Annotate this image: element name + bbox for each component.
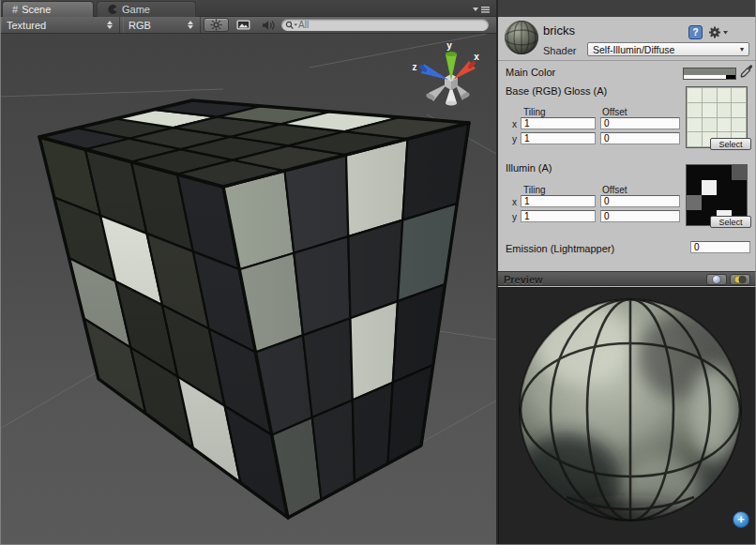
texture-cell (703, 118, 717, 132)
gear-icon[interactable] (708, 25, 729, 39)
texture-cell (732, 118, 746, 132)
base-offset-x-input[interactable] (600, 117, 680, 129)
texture-cell (702, 180, 717, 195)
texture-cell (688, 132, 702, 146)
draw-mode-dropdown[interactable]: Textured (1, 17, 120, 33)
texture-cell (702, 195, 717, 210)
texture-cell (717, 180, 732, 195)
scene-search-field[interactable] (281, 19, 489, 31)
texture-cell (688, 118, 702, 132)
texture-cell (732, 103, 746, 117)
main-color-label: Main Color (506, 67, 555, 78)
illumin-offset-y-input[interactable] (600, 210, 680, 222)
skybox-toggle-button[interactable] (231, 18, 255, 32)
preview-viewport[interactable]: + (498, 287, 756, 545)
tab-game-label: Game (122, 4, 150, 15)
gizmo-y-axis-base (446, 52, 457, 56)
texture-cell (717, 165, 732, 180)
illumin-offset-x-input[interactable] (600, 195, 680, 207)
illumin-y-label: y (512, 212, 517, 222)
add-button[interactable]: + (733, 511, 749, 528)
lighting-toggle-button[interactable] (204, 18, 229, 32)
search-input[interactable] (298, 20, 458, 30)
grid-line (0, 89, 223, 97)
sun-icon (210, 19, 222, 31)
gizmo-x-label: x (474, 52, 479, 62)
tab-scene[interactable]: # Scene (2, 1, 94, 17)
tab-game[interactable]: Game (97, 1, 196, 17)
texture-cell (703, 88, 717, 102)
shader-value: Self-Illumin/Diffuse (593, 44, 674, 55)
illumin-offset-label: Offset (602, 185, 627, 195)
cube-cell-right (398, 204, 457, 301)
main-color-swatch[interactable] (683, 68, 736, 80)
cube-cell-right (353, 383, 393, 482)
gizmo-cone-negy-base (446, 101, 457, 106)
image-icon (236, 20, 250, 30)
texture-cell (687, 165, 702, 180)
illumin-select-button[interactable]: Select (710, 216, 751, 228)
inspector-body: bricks Shader Self-Illumin/Diffuse ▾ ? (498, 17, 756, 545)
scene-pane-menu-icon[interactable] (472, 5, 491, 14)
updown-arrows-icon (188, 21, 194, 29)
shader-label: Shader (543, 45, 576, 56)
preview-header[interactable]: Preview (498, 271, 756, 286)
illumin-x-label: x (512, 197, 517, 207)
scene-viewport[interactable]: y x z (0, 34, 496, 545)
header-divider (498, 60, 756, 61)
texture-cell (703, 103, 717, 117)
sphere-icon (712, 275, 721, 284)
preview-title: Preview (504, 274, 543, 285)
texture-cell (687, 180, 702, 195)
scene-tabbar: # Scene Game (0, 0, 496, 17)
dropdown-arrow-icon: ▾ (740, 45, 744, 53)
texture-cell (732, 195, 747, 210)
texture-cell (732, 180, 747, 195)
updown-arrows-icon (107, 21, 113, 29)
scene-grid-icon: # (12, 4, 18, 15)
gizmo-y-label: y (446, 40, 452, 51)
svg-text:?: ? (692, 27, 698, 38)
search-icon (285, 21, 298, 30)
color-mode-value: RGB (129, 20, 151, 31)
game-icon (107, 4, 118, 15)
base-offset-y-input[interactable] (600, 132, 680, 144)
texture-cell (718, 88, 732, 102)
texture-cell (702, 165, 717, 180)
textured-cube-object[interactable] (39, 100, 469, 518)
audio-toggle-button[interactable] (256, 18, 280, 32)
texture-cell (688, 88, 702, 102)
base-tiling-y-input[interactable] (521, 132, 596, 144)
shader-dropdown[interactable]: Self-Illumin/Diffuse ▾ (587, 42, 749, 56)
illumin-label: Illumin (A) (506, 162, 552, 174)
two-circles-icon (733, 275, 747, 284)
gizmo-z-label: z (413, 62, 417, 72)
base-offset-label: Offset (602, 107, 627, 117)
illumin-tiling-x-input[interactable] (521, 195, 596, 207)
preview-sphere-button[interactable] (706, 274, 727, 285)
speaker-icon (262, 20, 276, 31)
window-edge-left (0, 0, 1, 545)
texture-cell (732, 88, 746, 102)
tab-scene-label: Scene (22, 4, 51, 15)
illumin-tiling-label: Tiling (523, 185, 546, 195)
base-tiling-x-input[interactable] (521, 117, 596, 129)
eyedropper-icon[interactable] (740, 64, 753, 80)
color-alpha-strip (684, 75, 735, 79)
illumin-tiling-y-input[interactable] (521, 210, 596, 222)
color-mode-dropdown[interactable]: RGB (123, 17, 201, 33)
material-name: bricks (543, 23, 575, 38)
preview-lighting-button[interactable] (730, 274, 750, 285)
base-x-label: x (512, 119, 517, 129)
unity-window: # Scene Game Textured RGB (0, 0, 756, 545)
base-tiling-label: Tiling (523, 107, 546, 117)
preview-sphere-render (499, 288, 755, 544)
texture-cell (688, 103, 702, 117)
scene-toolbar: Textured RGB (0, 17, 496, 34)
base-y-label: y (512, 134, 517, 144)
emission-input[interactable] (690, 241, 750, 253)
base-select-button[interactable]: Select (710, 138, 751, 150)
orientation-gizmo[interactable]: y x z (413, 40, 480, 105)
texture-cell (732, 165, 747, 180)
help-icon[interactable]: ? (688, 25, 703, 39)
